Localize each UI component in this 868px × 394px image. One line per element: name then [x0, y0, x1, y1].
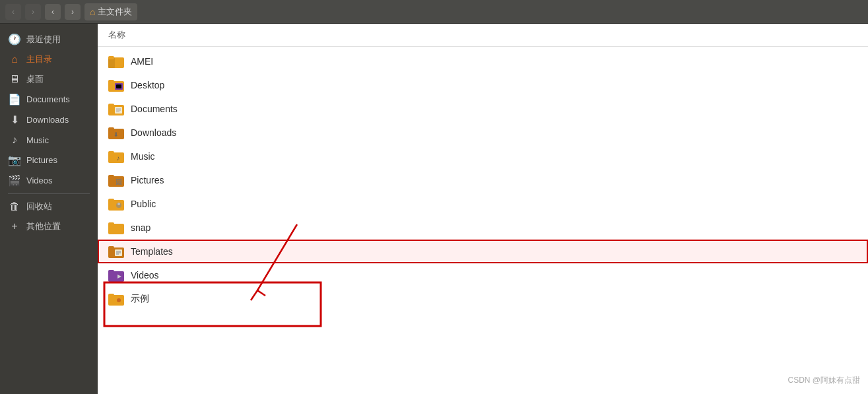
sidebar-item-recent[interactable]: 🕐 最近使用	[0, 29, 98, 49]
sidebar-label-recent: 最近使用	[26, 34, 61, 46]
downloads-icon: ⬇	[8, 114, 21, 126]
svg-rect-27	[108, 222, 114, 226]
file-item-pictures[interactable]: 🖼 Pictures	[98, 168, 868, 192]
folder-music-icon: ♪	[108, 148, 124, 164]
nav-down-button[interactable]: ›	[65, 4, 81, 20]
file-name-videos: Videos	[131, 270, 159, 280]
sidebar-label-other: 其他位置	[26, 220, 61, 232]
file-item-snap[interactable]: snap	[98, 216, 868, 240]
file-item-desktop[interactable]: Desktop	[98, 73, 868, 97]
sidebar-label-downloads: Downloads	[26, 115, 69, 125]
home-icon: ⌂	[90, 7, 95, 17]
music-icon: ♪	[8, 134, 21, 146]
sidebar-item-desktop[interactable]: 🖥 桌面	[0, 69, 98, 89]
folder-desktop-icon	[108, 77, 124, 93]
sidebar-item-documents[interactable]: 📄 Documents	[0, 89, 98, 110]
file-item-downloads[interactable]: ⬇ Downloads	[98, 121, 868, 145]
svg-rect-2	[108, 56, 114, 59]
svg-rect-29	[108, 246, 114, 249]
titlebar: ‹ › ‹ › ⌂ 主文件夹	[0, 0, 868, 24]
desktop-icon: 🖥	[8, 73, 21, 85]
file-name-snap: snap	[131, 222, 150, 233]
svg-text:⬇: ⬇	[114, 131, 119, 138]
sidebar-label-pictures: Pictures	[26, 155, 57, 165]
file-item-music[interactable]: ♪ Music	[98, 145, 868, 168]
other-icon: +	[8, 220, 21, 232]
documents-icon: 📄	[8, 93, 21, 106]
file-item-videos[interactable]: Videos	[98, 263, 868, 287]
sidebar-item-pictures[interactable]: 📷 Pictures	[0, 150, 98, 170]
svg-rect-38	[108, 294, 114, 297]
main-layout: 🕐 最近使用 ⌂ 主目录 🖥 桌面 📄 Documents ⬇ Download…	[0, 24, 868, 394]
svg-point-25	[117, 203, 120, 205]
sidebar-label-music: Music	[26, 135, 49, 145]
file-item-documents[interactable]: Documents	[98, 97, 868, 121]
home-icon: ⌂	[8, 53, 21, 65]
folder-amei-icon	[108, 53, 124, 69]
sidebar-item-home[interactable]: ⌂ 主目录	[0, 49, 98, 69]
file-name-pictures: Pictures	[131, 175, 164, 185]
sidebar-separator	[8, 193, 90, 194]
file-name-music: Music	[131, 151, 155, 162]
svg-rect-35	[108, 270, 114, 273]
sidebar-label-videos: Videos	[26, 176, 53, 185]
sidebar-item-downloads[interactable]: ⬇ Downloads	[0, 110, 98, 130]
sidebar: 🕐 最近使用 ⌂ 主目录 🖥 桌面 📄 Documents ⬇ Download…	[0, 24, 98, 394]
content-area: 名称 AMEI Desktop	[98, 24, 868, 394]
recent-icon: 🕐	[8, 33, 21, 46]
folder-downloads-icon: ⬇	[108, 125, 124, 141]
svg-rect-8	[108, 104, 114, 107]
file-name-amei: AMEI	[131, 56, 153, 67]
nav-up-button[interactable]: ‹	[45, 4, 61, 20]
sidebar-label-documents: Documents	[26, 94, 70, 104]
svg-rect-4	[108, 80, 114, 83]
trash-icon: 🗑	[8, 201, 21, 213]
svg-point-39	[117, 298, 121, 302]
forward-button[interactable]: ›	[25, 4, 41, 20]
file-list: AMEI Desktop	[98, 47, 868, 394]
folder-templates-icon	[108, 244, 124, 259]
folder-example-icon	[108, 291, 124, 307]
file-name-public: Public	[131, 199, 156, 209]
svg-rect-20	[108, 175, 114, 178]
sidebar-label-home: 主目录	[26, 53, 52, 65]
back-button[interactable]: ‹	[5, 4, 21, 20]
file-name-templates: Templates	[131, 246, 173, 257]
folder-videos-icon	[108, 267, 124, 283]
sidebar-label-desktop: 桌面	[26, 73, 44, 85]
file-name-documents: Documents	[131, 104, 178, 114]
sidebar-item-trash[interactable]: 🗑 回收站	[0, 197, 98, 216]
folder-documents-icon	[108, 101, 124, 117]
svg-text:♪: ♪	[117, 154, 120, 162]
file-item-amei[interactable]: AMEI	[98, 49, 868, 73]
sidebar-item-videos[interactable]: 🎬 Videos	[0, 170, 98, 191]
folder-public-icon	[108, 196, 124, 212]
pictures-icon: 📷	[8, 154, 21, 166]
file-item-example[interactable]: 示例	[98, 287, 868, 311]
file-name-downloads: Downloads	[131, 127, 176, 138]
breadcrumb: ⌂ 主文件夹	[84, 3, 137, 20]
file-item-public[interactable]: Public	[98, 192, 868, 216]
file-name-desktop: Desktop	[131, 80, 164, 90]
svg-rect-23	[108, 199, 114, 202]
svg-text:🖼: 🖼	[116, 178, 122, 185]
sidebar-item-other[interactable]: + 其他位置	[0, 216, 98, 236]
csdn-watermark: CSDN @阿妹有点甜	[787, 375, 860, 386]
folder-snap-icon	[108, 220, 124, 236]
content-header: 名称	[98, 24, 868, 47]
videos-icon: 🎬	[8, 174, 21, 187]
svg-rect-17	[108, 151, 114, 154]
file-name-example: 示例	[131, 293, 149, 305]
svg-rect-14	[108, 127, 114, 131]
file-item-templates[interactable]: Templates	[98, 240, 868, 263]
folder-pictures-icon: 🖼	[108, 172, 124, 188]
sidebar-label-trash: 回收站	[26, 201, 52, 213]
column-name: 名称	[108, 30, 125, 40]
breadcrumb-text: 主文件夹	[98, 6, 132, 18]
sidebar-item-music[interactable]: ♪ Music	[0, 130, 98, 150]
svg-rect-6	[116, 84, 121, 88]
